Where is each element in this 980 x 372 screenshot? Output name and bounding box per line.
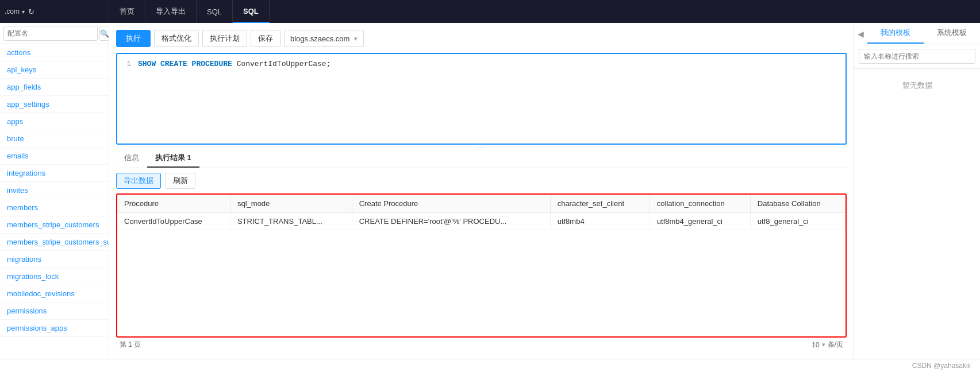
results-area: 信息 执行结果 1 导出数据 刷新 Proced bbox=[116, 149, 847, 352]
sidebar-item[interactable]: app_settings bbox=[0, 96, 109, 113]
format-button[interactable]: 格式优化 bbox=[154, 30, 199, 47]
right-panel: ◀ 我的模板 系统模板 暂无数据 bbox=[854, 23, 980, 359]
sidebar-item[interactable]: permissions bbox=[0, 303, 109, 320]
sidebar-item[interactable]: migrations bbox=[0, 251, 109, 268]
sidebar-item[interactable]: app_fields bbox=[0, 79, 109, 96]
tab-import-export[interactable]: 导入导出 bbox=[145, 0, 197, 23]
template-search-input[interactable] bbox=[859, 49, 975, 64]
sidebar-item[interactable]: mobiledoc_revisions bbox=[0, 285, 109, 303]
sidebar-item[interactable]: apps bbox=[0, 113, 109, 130]
sidebar: 🔍 + actions api_keys app_fields app_sett… bbox=[0, 23, 109, 359]
sidebar-item[interactable]: integrations bbox=[0, 165, 109, 182]
sidebar-item[interactable]: members_stripe_customers bbox=[0, 216, 109, 234]
sql-line: 1 SHOW CREATE PROCEDURE ConvertIdToUpper… bbox=[122, 60, 841, 68]
sidebar-item[interactable]: emails bbox=[0, 148, 109, 165]
sidebar-item[interactable]: members_stripe_customers_su... bbox=[0, 234, 109, 251]
sql-content: SHOW CREATE PROCEDURE ConvertIdToUpperCa… bbox=[138, 60, 330, 68]
col-collation-conn: collation_connection bbox=[650, 195, 750, 213]
tab-home[interactable]: 首页 bbox=[109, 0, 145, 23]
panel-collapse-btn[interactable]: ◀ bbox=[854, 25, 867, 43]
sidebar-search-btn[interactable]: 🔍 bbox=[99, 26, 109, 41]
sql-editor[interactable]: 1 SHOW CREATE PROCEDURE ConvertIdToUpper… bbox=[116, 53, 847, 145]
sidebar-item[interactable]: actions bbox=[0, 44, 109, 61]
footer: CSDN @yahasakiii bbox=[0, 359, 980, 372]
sidebar-item[interactable]: brute bbox=[0, 130, 109, 148]
line-number: 1 bbox=[122, 60, 131, 68]
tab-sql1[interactable]: SQL bbox=[197, 0, 233, 23]
pagination-bar: 第 1 页 10 ▾ 条/页 bbox=[116, 338, 847, 352]
chevron-down-icon: ▾ bbox=[822, 341, 825, 348]
empty-state: 暂无数据 bbox=[854, 69, 980, 102]
db-selector[interactable]: blogs.szaecs.com ▾ bbox=[284, 30, 364, 47]
results-action-bar: 导出数据 刷新 bbox=[116, 173, 847, 189]
tab-sys-template[interactable]: 系统模板 bbox=[924, 23, 980, 44]
refresh-icon[interactable]: ↻ bbox=[28, 7, 34, 16]
right-panel-search bbox=[854, 44, 980, 69]
col-db-collation: Database Collation bbox=[750, 195, 845, 213]
refresh-button[interactable]: 刷新 bbox=[166, 173, 195, 189]
export-data-button[interactable]: 导出数据 bbox=[116, 173, 161, 189]
pagination-right: 10 ▾ 条/页 bbox=[812, 340, 843, 350]
sidebar-item[interactable]: invites bbox=[0, 182, 109, 199]
sidebar-item[interactable]: permissions_apps bbox=[0, 320, 109, 337]
col-procedure: Procedure bbox=[117, 195, 230, 213]
sidebar-item[interactable]: members bbox=[0, 199, 109, 216]
col-sql-mode: sql_mode bbox=[230, 195, 352, 213]
save-button[interactable]: 保存 bbox=[251, 30, 280, 47]
tab-result1[interactable]: 执行结果 1 bbox=[147, 149, 199, 168]
sql-toolbar: 执行 格式优化 执行计划 保存 blogs.szaecs.com ▾ bbox=[116, 30, 847, 47]
results-table: Procedure sql_mode Create Procedure char… bbox=[117, 195, 846, 230]
domain-text: .com bbox=[5, 7, 20, 16]
col-charset: character_set_client bbox=[550, 195, 650, 213]
chevron-down-icon: ▾ bbox=[354, 35, 358, 42]
plan-button[interactable]: 执行计划 bbox=[202, 30, 247, 47]
sidebar-item[interactable]: migrations_lock bbox=[0, 268, 109, 285]
tab-my-template[interactable]: 我的模板 bbox=[867, 23, 924, 44]
top-nav: 首页 导入导出 SQL SQL bbox=[109, 0, 270, 23]
resize-handle[interactable]: ⋯ bbox=[116, 145, 847, 149]
tab-sql2[interactable]: SQL bbox=[233, 0, 270, 23]
sidebar-items: actions api_keys app_fields app_settings… bbox=[0, 44, 109, 359]
table-row[interactable]: ConvertIdToUpperCase STRICT_TRANS_TABL..… bbox=[117, 213, 846, 230]
domain-selector[interactable]: .com ▾ ↻ bbox=[0, 0, 109, 23]
sidebar-search-input[interactable] bbox=[3, 26, 98, 41]
execute-button[interactable]: 执行 bbox=[116, 30, 151, 47]
results-table-wrapper[interactable]: Procedure sql_mode Create Procedure char… bbox=[116, 193, 847, 338]
results-tabs: 信息 执行结果 1 bbox=[116, 149, 847, 168]
chevron-down-icon: ▾ bbox=[22, 9, 25, 15]
col-create-procedure: Create Procedure bbox=[352, 195, 550, 213]
content-area: 执行 格式优化 执行计划 保存 blogs.szaecs.com ▾ 1 SHO… bbox=[109, 23, 854, 359]
tab-info[interactable]: 信息 bbox=[116, 149, 147, 168]
page-info: 第 1 页 bbox=[120, 340, 141, 350]
sidebar-item[interactable]: api_keys bbox=[0, 61, 109, 79]
right-panel-tabs: 我的模板 系统模板 bbox=[867, 23, 980, 44]
